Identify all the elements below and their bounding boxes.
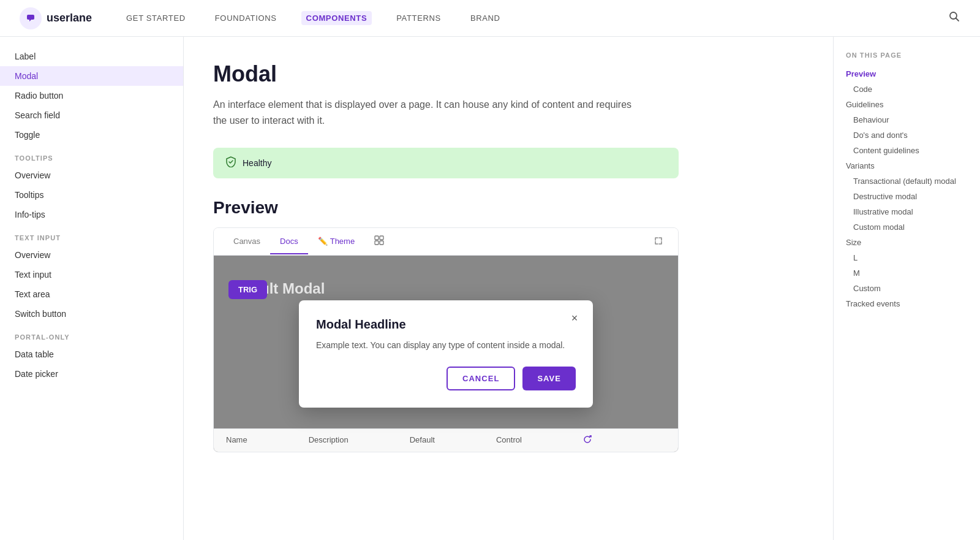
toc-content-guidelines[interactable]: Content guidelines <box>846 143 968 158</box>
preview-section-title: Preview <box>213 198 804 218</box>
nav-brand[interactable]: BRAND <box>466 11 505 25</box>
toc-code[interactable]: Code <box>846 82 968 97</box>
status-banner-text: Healthy <box>243 158 271 168</box>
toc-behaviour[interactable]: Behaviour <box>846 112 968 127</box>
toc-size-m[interactable]: M <box>846 265 968 281</box>
tab-canvas[interactable]: Canvas <box>224 229 270 254</box>
sidebar-item-switch-button[interactable]: Switch button <box>0 304 183 324</box>
page-title: Modal <box>213 61 804 87</box>
tab-theme[interactable]: ✏️ Theme <box>308 229 364 254</box>
modal-body: Example text. You can display any type o… <box>316 339 576 352</box>
nav-logo[interactable]: userlane <box>20 7 92 29</box>
nav-get-started[interactable]: GET STARTED <box>121 11 190 25</box>
sidebar-item-tooltips[interactable]: Tooltips <box>0 185 183 205</box>
svg-rect-6 <box>380 241 383 245</box>
sidebar-item-text-area[interactable]: Text area <box>0 284 183 304</box>
sidebar-section-text-input: TEXT INPUT <box>0 224 183 245</box>
search-icon[interactable] <box>948 10 960 26</box>
toc-size-custom[interactable]: Custom <box>846 281 968 296</box>
preview-canvas: Default Modal TRIG × Modal Headline Exam… <box>214 256 678 452</box>
toc-transactional-modal[interactable]: Transactional (default) modal <box>846 173 968 189</box>
sidebar-item-label[interactable]: Label <box>0 47 183 66</box>
sidebar-item-radio-button[interactable]: Radio button <box>0 86 183 105</box>
pencil-icon: ✏️ <box>318 237 328 246</box>
svg-line-2 <box>956 18 959 21</box>
status-banner: Healthy <box>213 148 679 178</box>
page-layout: Label Modal Radio button Search field To… <box>0 37 980 540</box>
logo-text: userlane <box>47 12 92 25</box>
sidebar-item-toggle[interactable]: Toggle <box>0 125 183 145</box>
toc-tracked-events[interactable]: Tracked events <box>846 296 968 311</box>
modal-dialog: × Modal Headline Example text. You can d… <box>299 300 593 408</box>
toc-size-l[interactable]: L <box>846 250 968 265</box>
toc-dos-donts[interactable]: Do's and dont's <box>846 127 968 143</box>
toc-illustrative-modal[interactable]: Illustrative modal <box>846 204 968 219</box>
sidebar-section-tooltips: TOOLTIPS <box>0 145 183 165</box>
shield-icon <box>225 156 236 170</box>
page-description: An interface element that is displayed o… <box>213 97 642 128</box>
toc-preview[interactable]: Preview <box>846 66 968 82</box>
modal-overlay: × Modal Headline Example text. You can d… <box>214 256 678 452</box>
nav-components[interactable]: COMPONENTS <box>301 11 372 25</box>
sidebar-section-portal-only: PORTAL-ONLY <box>0 324 183 344</box>
modal-close-button[interactable]: × <box>566 310 583 327</box>
tab-grid-icon[interactable] <box>364 228 394 256</box>
svg-rect-5 <box>375 241 379 245</box>
userlane-logo-icon <box>20 7 42 29</box>
left-sidebar: Label Modal Radio button Search field To… <box>0 37 184 540</box>
sidebar-item-search-field[interactable]: Search field <box>0 105 183 125</box>
toc-heading: ON THIS PAGE <box>846 51 968 59</box>
nav-links: GET STARTED FOUNDATIONS COMPONENTS PATTE… <box>121 11 948 25</box>
tab-docs[interactable]: Docs <box>270 229 308 254</box>
nav-patterns[interactable]: PATTERNS <box>391 11 446 25</box>
sidebar-item-date-picker[interactable]: Date picker <box>0 364 183 384</box>
sidebar-item-tooltips-overview[interactable]: Overview <box>0 165 183 185</box>
main-content: Modal An interface element that is displ… <box>184 37 833 540</box>
modal-actions: CANCEL SAVE <box>316 367 576 390</box>
toc-destructive-modal[interactable]: Destructive modal <box>846 189 968 204</box>
toc-size[interactable]: Size <box>846 235 968 250</box>
svg-rect-3 <box>375 236 379 240</box>
toc-custom-modal[interactable]: Custom modal <box>846 219 968 235</box>
top-nav: userlane GET STARTED FOUNDATIONS COMPONE… <box>0 0 980 37</box>
sidebar-item-info-tips[interactable]: Info-tips <box>0 205 183 224</box>
preview-container: Canvas Docs ✏️ Theme <box>213 227 679 452</box>
sidebar-item-text-input-overview[interactable]: Overview <box>0 245 183 265</box>
save-button[interactable]: SAVE <box>522 367 576 390</box>
sidebar-item-modal[interactable]: Modal <box>0 66 183 86</box>
nav-foundations[interactable]: FOUNDATIONS <box>210 11 282 25</box>
modal-headline: Modal Headline <box>316 318 576 332</box>
right-sidebar: ON THIS PAGE Preview Code Guidelines Beh… <box>833 37 980 540</box>
toc-guidelines[interactable]: Guidelines <box>846 97 968 112</box>
svg-rect-4 <box>380 236 383 240</box>
toc-variants[interactable]: Variants <box>846 158 968 173</box>
cancel-button[interactable]: CANCEL <box>447 367 515 390</box>
preview-tabs: Canvas Docs ✏️ Theme <box>214 228 678 256</box>
sidebar-item-text-input[interactable]: Text input <box>0 265 183 284</box>
expand-icon[interactable] <box>649 231 668 253</box>
sidebar-item-data-table[interactable]: Data table <box>0 344 183 364</box>
